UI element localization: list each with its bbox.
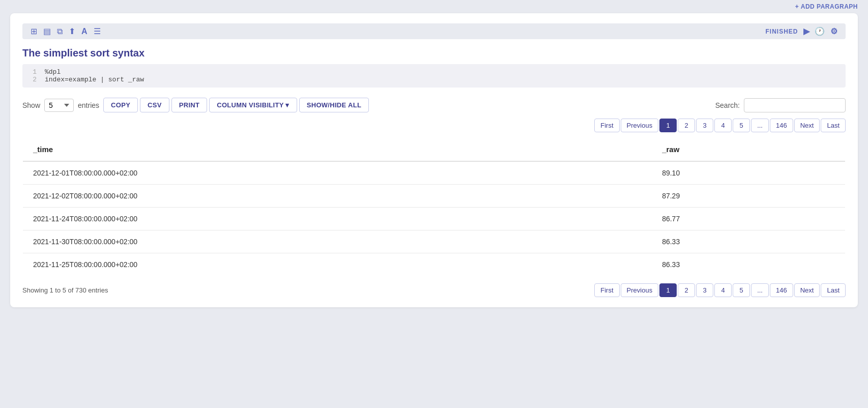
first-page-top[interactable]: First <box>594 119 619 132</box>
cell-raw: 86.33 <box>652 230 845 253</box>
table-row: 2021-11-25T08:00:00.000+02:0086.33 <box>23 253 846 276</box>
line-code-1: %dpl <box>45 68 61 76</box>
move-icon[interactable]: ⊞ <box>31 26 37 36</box>
clock-icon[interactable]: 🕐 <box>815 26 825 36</box>
main-card: ⊞ ▤ ⧉ ⬆ A ☰ FINISHED ▶ 🕐 ⚙ The simpliest… <box>10 13 858 307</box>
next-page-bottom[interactable]: Next <box>794 283 820 297</box>
show-label: Show <box>22 101 40 109</box>
line-num-2: 2 <box>28 76 37 83</box>
page-3-top[interactable]: 3 <box>696 119 713 132</box>
copy-icon[interactable]: ⧉ <box>57 27 63 36</box>
last-page-top[interactable]: Last <box>821 119 846 132</box>
showing-label: Showing 1 to 5 of 730 entries <box>22 286 108 294</box>
show-hide-all-button[interactable]: SHOW/HIDE ALL <box>299 98 369 112</box>
action-buttons: COPY CSV PRINT COLUMN VISIBILITY ▾ SHOW/… <box>103 98 369 112</box>
csv-button[interactable]: CSV <box>140 98 169 112</box>
toolbar-right: FINISHED ▶ 🕐 ⚙ <box>765 26 837 36</box>
line-num-1: 1 <box>28 68 37 76</box>
col-raw: _raw <box>652 138 845 162</box>
copy-button[interactable]: COPY <box>103 98 138 112</box>
cell-time: 2021-11-30T08:00:00.000+02:00 <box>23 230 652 253</box>
table-header-row: _time _raw <box>23 138 846 162</box>
col-time: _time <box>23 138 652 162</box>
page-3-bottom[interactable]: 3 <box>696 283 713 297</box>
page-4-top[interactable]: 4 <box>714 119 732 132</box>
data-table: _time _raw 2021-12-01T08:00:00.000+02:00… <box>22 137 846 276</box>
last-page-bottom[interactable]: Last <box>821 283 846 297</box>
page-2-top[interactable]: 2 <box>678 119 695 132</box>
add-paragraph-button[interactable]: + ADD PARAGRAPH <box>795 3 858 10</box>
cell-raw: 89.10 <box>652 161 845 185</box>
table-row: 2021-12-02T08:00:00.000+02:0087.29 <box>23 185 846 208</box>
note-icon[interactable]: ▤ <box>43 26 51 36</box>
top-bar: + ADD PARAGRAPH <box>0 0 868 13</box>
table-row: 2021-11-24T08:00:00.000+02:0086.77 <box>23 208 846 230</box>
cell-time: 2021-11-25T08:00:00.000+02:00 <box>23 253 652 276</box>
print-button[interactable]: PRINT <box>171 98 208 112</box>
upload-icon[interactable]: ⬆ <box>69 26 75 36</box>
prev-page-bottom[interactable]: Previous <box>621 283 659 297</box>
first-page-bottom[interactable]: First <box>594 283 619 297</box>
cell-raw: 86.77 <box>652 208 845 230</box>
cell-raw: 87.29 <box>652 185 845 208</box>
line-code-2: index=example | sort _raw <box>45 76 144 83</box>
page-5-top[interactable]: 5 <box>733 119 750 132</box>
table-row: 2021-12-01T08:00:00.000+02:0089.10 <box>23 161 846 185</box>
page-2-bottom[interactable]: 2 <box>678 283 695 297</box>
toolbar: ⊞ ▤ ⧉ ⬆ A ☰ FINISHED ▶ 🕐 ⚙ <box>22 23 846 39</box>
ellipsis-bottom: ... <box>751 283 769 297</box>
controls-row: Show 5 10 25 50 100 entries COPY CSV PRI… <box>22 98 846 112</box>
bottom-row: Showing 1 to 5 of 730 entries First Prev… <box>22 283 846 297</box>
page-5-bottom[interactable]: 5 <box>733 283 750 297</box>
page-146-bottom[interactable]: 146 <box>770 283 793 297</box>
page-1-top[interactable]: 1 <box>659 119 677 132</box>
settings-icon[interactable]: ⚙ <box>830 26 838 36</box>
list-icon[interactable]: ☰ <box>94 26 101 36</box>
page-146-top[interactable]: 146 <box>770 119 793 132</box>
table-row: 2021-11-30T08:00:00.000+02:0086.33 <box>23 230 846 253</box>
search-label: Search: <box>715 101 740 109</box>
code-block: 1 %dpl 2 index=example | sort _raw <box>22 64 846 88</box>
entries-select[interactable]: 5 10 25 50 100 <box>44 99 74 112</box>
cell-time: 2021-12-02T08:00:00.000+02:00 <box>23 185 652 208</box>
cell-time: 2021-12-01T08:00:00.000+02:00 <box>23 161 652 185</box>
controls-right: Search: <box>715 98 846 112</box>
code-line-1: 1 %dpl <box>28 68 840 76</box>
table-body: 2021-12-01T08:00:00.000+02:0089.102021-1… <box>23 161 846 276</box>
page-4-bottom[interactable]: 4 <box>714 283 732 297</box>
section-title: The simpliest sort syntax <box>22 47 846 59</box>
finished-label: FINISHED <box>765 28 798 35</box>
toolbar-left: ⊞ ▤ ⧉ ⬆ A ☰ <box>31 26 101 36</box>
play-icon[interactable]: ▶ <box>803 26 810 36</box>
cell-time: 2021-11-24T08:00:00.000+02:00 <box>23 208 652 230</box>
page-1-bottom[interactable]: 1 <box>659 283 677 297</box>
entries-label: entries <box>78 101 99 109</box>
pagination-bottom: First Previous 1 2 3 4 5 ... 146 Next La… <box>594 283 846 297</box>
column-visibility-button[interactable]: COLUMN VISIBILITY ▾ <box>209 98 297 112</box>
code-line-2: 2 index=example | sort _raw <box>28 76 840 83</box>
pagination-top: First Previous 1 2 3 4 5 ... 146 Next La… <box>22 119 846 132</box>
table-head: _time _raw <box>23 138 846 162</box>
next-page-top[interactable]: Next <box>794 119 820 132</box>
controls-left: Show 5 10 25 50 100 entries COPY CSV PRI… <box>22 98 369 112</box>
text-icon[interactable]: A <box>81 27 88 36</box>
prev-page-top[interactable]: Previous <box>621 119 659 132</box>
ellipsis-top: ... <box>751 119 769 132</box>
search-input[interactable] <box>744 98 846 112</box>
cell-raw: 86.33 <box>652 253 845 276</box>
